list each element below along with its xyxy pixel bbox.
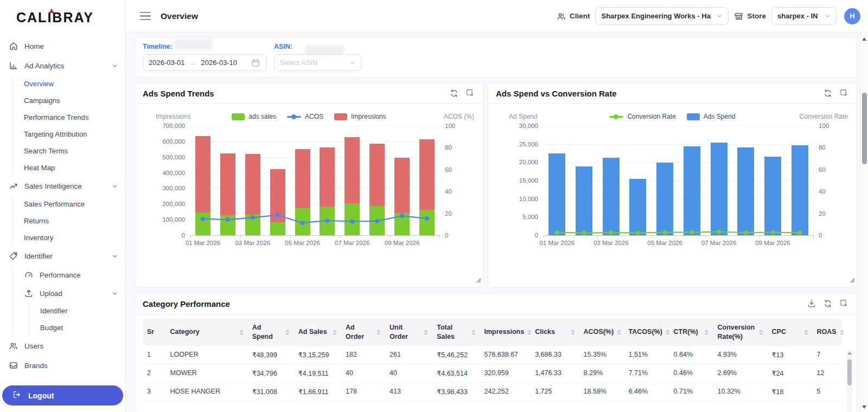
sidebar-item-overview[interactable]: Overview	[13, 75, 125, 92]
column-header-ctr-[interactable]: CTR(%)	[669, 319, 713, 346]
sidebar-item-upload[interactable]: Upload	[13, 284, 125, 302]
sort-icon[interactable]	[329, 330, 337, 335]
column-header-clicks[interactable]: Clicks	[531, 319, 579, 346]
table-scrollbar[interactable]	[847, 350, 852, 412]
date-to-value[interactable]: 2026-03-10	[201, 59, 238, 67]
sidebar-item-users[interactable]: Users	[0, 336, 125, 356]
sidebar-item-home[interactable]: Home	[0, 36, 125, 56]
column-header-conversion-rate-[interactable]: Conversion Rate(%)	[713, 319, 767, 346]
logout-icon	[12, 390, 22, 401]
sidebar-item-budget[interactable]: Budget	[29, 319, 125, 336]
resize-grip-icon[interactable]	[476, 275, 481, 285]
refresh-icon[interactable]	[823, 88, 833, 98]
capture-area-icon[interactable]	[839, 299, 849, 308]
table-row[interactable]: 2MOWER₹34,796₹4,19,5114040₹4,63,514320,9…	[143, 364, 843, 382]
table-cell: 4.93%	[713, 346, 767, 364]
table-cell: 12	[813, 364, 843, 382]
refresh-icon[interactable]	[449, 88, 459, 98]
sort-icon[interactable]	[701, 330, 709, 335]
sidebar-item-search-terms[interactable]: Search Terms	[13, 143, 125, 159]
legend-item-acos[interactable]: ACOS	[287, 113, 323, 120]
sidebar-item-campaigns[interactable]: Campaigns	[13, 92, 125, 109]
sidebar-item-label: Campaigns	[24, 96, 60, 105]
table-cell: 7.71%	[624, 364, 669, 382]
column-header-roas[interactable]: ROAS	[813, 319, 843, 346]
sort-icon[interactable]	[837, 330, 844, 335]
table-cell: 1,476.33	[531, 364, 579, 382]
column-header-impressions[interactable]: Impressions	[480, 319, 531, 346]
legend-item-ads-sales[interactable]: ads sales	[232, 113, 276, 120]
sort-icon[interactable]	[236, 330, 244, 335]
sidebar-item-identifier[interactable]: Identifier	[0, 246, 125, 266]
asin-select[interactable]: Select ASIN	[274, 54, 361, 71]
hamburger-menu-icon[interactable]	[138, 10, 153, 23]
scrollbar-thumb[interactable]	[847, 359, 852, 385]
client-select[interactable]: Sharpex Engineering Works - Hardik Ray	[595, 7, 729, 25]
store-select[interactable]: sharpex - IN	[771, 7, 837, 25]
table-cell: 242,252	[480, 382, 531, 401]
column-header-ad-spend[interactable]: Ad Spend	[248, 319, 294, 346]
sort-icon[interactable]	[801, 330, 808, 335]
column-header-ad-sales[interactable]: Ad Sales	[294, 319, 341, 346]
sidebar-item-ad-analytics[interactable]: Ad Analytics	[0, 56, 125, 75]
scroll-down-icon[interactable]	[862, 405, 866, 409]
column-header-unit-order[interactable]: Unit Order	[385, 319, 432, 346]
column-header-tacos-[interactable]: TACOS(%)	[624, 319, 669, 346]
user-avatar[interactable]: H	[844, 8, 860, 24]
logo-accent-triangle	[49, 9, 54, 13]
column-header-cpc[interactable]: CPC	[768, 319, 813, 346]
capture-area-icon[interactable]	[465, 88, 475, 98]
sort-icon[interactable]	[468, 330, 476, 335]
legend-item-impressions[interactable]: Impressions	[334, 113, 386, 120]
scroll-up-icon[interactable]	[847, 352, 852, 355]
sidebar-item-sales-intelligence[interactable]: Sales Intelligence	[0, 176, 125, 196]
legend-item-conversion-rate[interactable]: Conversion Rate	[609, 113, 675, 120]
column-header-total-sales[interactable]: Total Sales	[432, 319, 480, 346]
bar-segment-impressions	[394, 158, 410, 213]
sidebar-item-brands[interactable]: Brands	[0, 356, 125, 375]
sidebar-item-performance-trends[interactable]: Performance Trends	[13, 109, 125, 126]
chevron-down-icon	[349, 60, 355, 66]
legend-item-ads-spend[interactable]: Ads Spend	[687, 113, 736, 120]
logout-button[interactable]: Logout	[2, 385, 123, 405]
sort-icon[interactable]	[614, 330, 621, 335]
sidebar-item-returns[interactable]: Returns	[13, 213, 125, 229]
refresh-icon[interactable]	[823, 299, 833, 308]
page-scrollbar[interactable]	[860, 33, 868, 412]
chevron-down-icon	[112, 291, 118, 297]
chart-plot-area: 05,00010,00015,00020,00025,00030,0000204…	[496, 123, 849, 252]
sort-icon[interactable]	[373, 330, 381, 335]
chart-body: Impressionsads salesACOSImpressionsACOS …	[135, 113, 483, 252]
column-header-category[interactable]: Category	[166, 319, 248, 346]
capture-area-icon[interactable]	[839, 88, 849, 98]
sort-icon[interactable]	[567, 330, 575, 335]
table-row[interactable]: 3HOSE HANGER₹31,008₹1,66,911178413₹3,98,…	[143, 382, 843, 401]
download-icon[interactable]	[807, 299, 816, 308]
sidebar-item-targeting-attribution[interactable]: Targeting Attribution	[13, 126, 125, 143]
column-header-acos-[interactable]: ACOS(%)	[579, 319, 624, 346]
sidebar-item-identifier[interactable]: Identifier	[29, 302, 125, 319]
date-from-value[interactable]: 2026-03-01	[149, 59, 185, 67]
bar-segment-impressions	[320, 147, 335, 207]
resize-grip-icon[interactable]	[850, 275, 855, 285]
table-cell: ₹1,66,911	[294, 382, 341, 401]
sort-icon[interactable]	[756, 330, 763, 335]
bar-segment-ads-sales	[270, 222, 285, 235]
scrollbar-thumb[interactable]	[862, 93, 867, 164]
date-range-picker[interactable]: 2026-03-01 → 2026-03-10	[143, 54, 266, 71]
sidebar-item-inventory[interactable]: Inventory	[13, 229, 125, 246]
bar-segment-ads-sales	[369, 206, 385, 235]
sidebar-item-heat-map[interactable]: Heat Map	[13, 159, 125, 176]
table-row[interactable]: 1LOOPER₹48,399₹3,15,259182261₹5,46,25257…	[143, 346, 843, 364]
table-title: Category Performance	[143, 299, 230, 308]
scroll-up-icon[interactable]	[862, 37, 866, 41]
loading-skeleton	[304, 45, 344, 55]
sort-icon[interactable]	[662, 330, 670, 335]
bar-segment-impressions	[220, 153, 235, 216]
column-header-ad-order[interactable]: Ad Order	[341, 319, 385, 346]
sort-icon[interactable]	[524, 330, 532, 335]
sidebar-item-performance[interactable]: Performance	[13, 266, 125, 284]
sort-icon[interactable]	[420, 330, 428, 335]
sort-icon[interactable]	[282, 330, 290, 335]
sidebar-item-sales-performance[interactable]: Sales Performance	[13, 196, 125, 213]
